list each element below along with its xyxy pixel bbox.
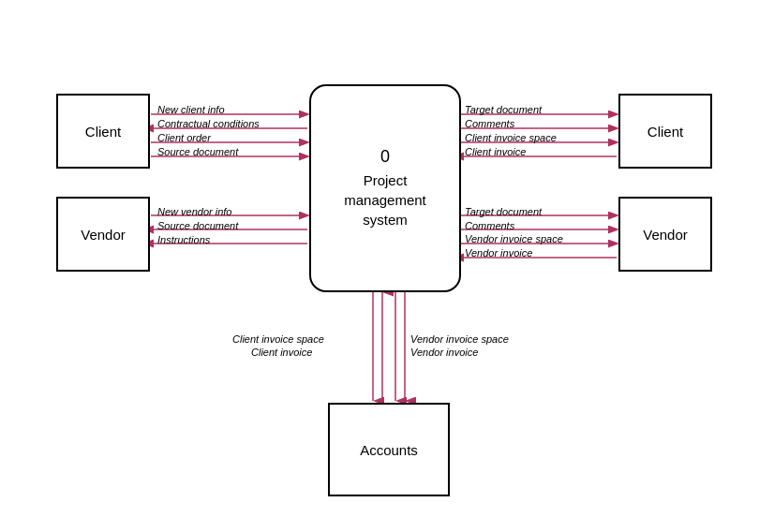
- label-client-order: Client order: [157, 132, 211, 143]
- label-new-vendor-info: New vendor info: [157, 206, 232, 217]
- client-left-label: Client: [85, 124, 121, 140]
- label-source-document-left-top: Source document: [157, 146, 238, 157]
- process-number: 0: [380, 147, 390, 167]
- label-vendor-invoice-bottom: Vendor invoice: [410, 347, 478, 358]
- vendor-left-label: Vendor: [81, 227, 126, 243]
- accounts-label: Accounts: [360, 442, 418, 458]
- label-instructions: Instructions: [157, 234, 210, 245]
- label-client-invoice-bottom: Client invoice: [251, 347, 312, 358]
- vendor-right-box: Vendor: [618, 197, 712, 272]
- label-client-invoice-right: Client invoice: [465, 146, 526, 157]
- label-client-invoice-space-bottom: Client invoice space: [232, 333, 324, 345]
- process-center-box: 0 Projectmanagementsystem: [309, 84, 461, 292]
- label-vendor-invoice-right: Vendor invoice: [465, 247, 532, 259]
- client-right-box: Client: [618, 94, 712, 169]
- label-vendor-invoice-space-right: Vendor invoice space: [465, 233, 563, 244]
- vendor-left-box: Vendor: [56, 197, 150, 272]
- client-right-label: Client: [647, 124, 683, 140]
- process-label: Projectmanagementsystem: [344, 170, 426, 229]
- label-contractual-conditions: Contractual conditions: [157, 118, 260, 129]
- client-left-box: Client: [56, 94, 150, 169]
- accounts-box: Accounts: [328, 403, 450, 496]
- label-target-document-right-top: Target document: [465, 104, 542, 115]
- label-source-document-left-bottom: Source document: [157, 220, 238, 231]
- label-target-document-right-bottom: Target document: [465, 206, 542, 217]
- vendor-right-label: Vendor: [643, 227, 688, 243]
- diagram-container: 0 Projectmanagementsystem Client Vendor …: [0, 0, 774, 532]
- label-vendor-invoice-space-bottom: Vendor invoice space: [410, 333, 509, 345]
- label-comments-right-bottom: Comments: [465, 220, 514, 231]
- label-client-invoice-space-right: Client invoice space: [465, 132, 557, 143]
- label-new-client-info: New client info: [157, 104, 225, 115]
- label-comments-right-top: Comments: [465, 118, 514, 129]
